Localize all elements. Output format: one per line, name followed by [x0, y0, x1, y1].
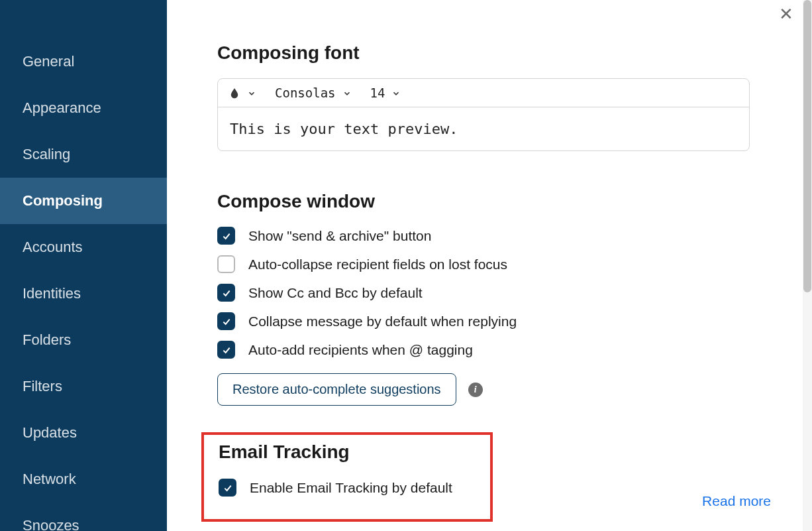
checkbox-label: Collapse message by default when replyin… — [248, 314, 517, 329]
close-icon[interactable]: ✕ — [779, 5, 793, 23]
color-drop-icon[interactable] — [228, 86, 240, 100]
sidebar-item-general[interactable]: General — [0, 38, 167, 85]
email-tracking-highlight: Email Tracking Enable Email Tracking by … — [201, 432, 493, 522]
checkbox-label: Auto-add recipients when @ tagging — [248, 342, 473, 358]
sidebar-item-accounts[interactable]: Accounts — [0, 224, 167, 270]
font-preview-box: Consolas 14 This is your text preview. — [217, 78, 750, 151]
option-cc-bcc: Show Cc and Bcc by default — [217, 284, 812, 302]
info-icon[interactable]: i — [468, 383, 483, 397]
checkbox[interactable] — [219, 479, 236, 497]
sidebar-item-network[interactable]: Network — [0, 456, 167, 502]
font-family-select[interactable]: Consolas — [275, 86, 336, 100]
sidebar-item-scaling[interactable]: Scaling — [0, 131, 167, 178]
checkbox[interactable] — [217, 312, 235, 330]
sidebar-item-filters[interactable]: Filters — [0, 363, 167, 410]
sidebar-item-snoozes[interactable]: Snoozes — [0, 502, 167, 531]
chevron-down-icon[interactable] — [342, 88, 352, 97]
sidebar-item-composing[interactable]: Composing — [0, 178, 167, 224]
sidebar-item-updates[interactable]: Updates — [0, 410, 167, 456]
option-auto-collapse: Auto-collapse recipient fields on lost f… — [217, 255, 812, 273]
font-preview-text: This is your text preview. — [218, 107, 749, 150]
option-auto-add-at-tag: Auto-add recipients when @ tagging — [217, 341, 812, 359]
compose-window-title: Compose window — [217, 191, 812, 212]
option-collapse-reply: Collapse message by default when replyin… — [217, 312, 812, 330]
sidebar-item-identities[interactable]: Identities — [0, 270, 167, 317]
checkbox[interactable] — [217, 341, 235, 359]
checkbox[interactable] — [217, 227, 235, 245]
font-size-select[interactable]: 14 — [370, 86, 385, 100]
option-send-archive: Show "send & archive" button — [217, 227, 812, 245]
sidebar-item-folders[interactable]: Folders — [0, 317, 167, 363]
font-toolbar: Consolas 14 — [218, 79, 749, 107]
checkbox-label: Auto-collapse recipient fields on lost f… — [248, 257, 507, 272]
option-enable-tracking: Enable Email Tracking by default — [219, 479, 476, 497]
scrollbar-thumb[interactable] — [803, 0, 811, 292]
scrollbar-track[interactable] — [803, 0, 812, 531]
checkbox-label: Enable Email Tracking by default — [250, 480, 452, 496]
chevron-down-icon[interactable] — [391, 88, 401, 97]
restore-autocomplete-button[interactable]: Restore auto-complete suggestions — [217, 373, 456, 406]
checkbox-label: Show Cc and Bcc by default — [248, 285, 423, 301]
email-tracking-title: Email Tracking — [219, 442, 476, 463]
read-more-link[interactable]: Read more — [702, 493, 771, 509]
checkbox-label: Show "send & archive" button — [248, 228, 431, 244]
composing-font-title: Composing font — [217, 42, 812, 64]
sidebar: General Appearance Scaling Composing Acc… — [0, 0, 167, 531]
checkbox[interactable] — [217, 284, 235, 302]
sidebar-item-appearance[interactable]: Appearance — [0, 85, 167, 131]
chevron-down-icon[interactable] — [247, 88, 256, 97]
restore-row: Restore auto-complete suggestions i — [217, 373, 812, 406]
main-content: ✕ Composing font Consolas 14 This is y — [167, 0, 812, 531]
checkbox[interactable] — [217, 255, 235, 273]
